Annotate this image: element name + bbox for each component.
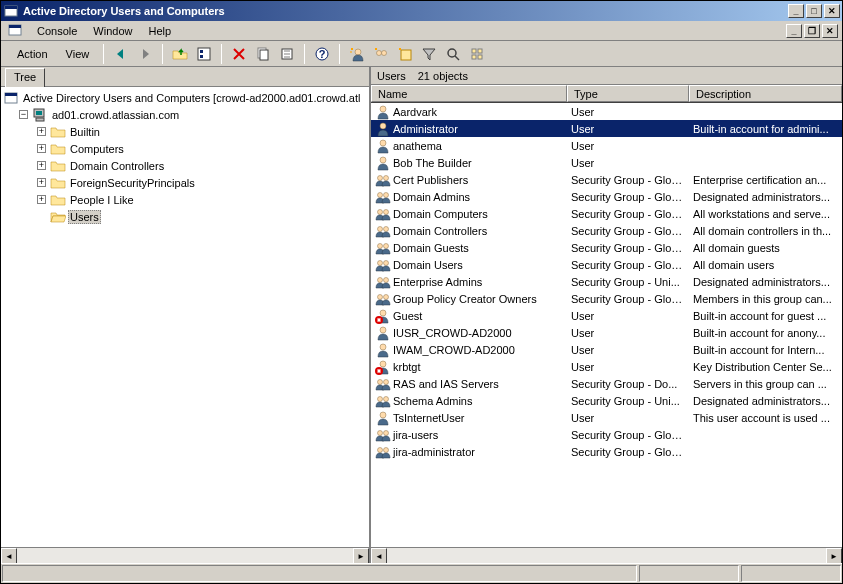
list-row[interactable]: AardvarkUser: [371, 103, 842, 120]
scroll-left-icon[interactable]: ◄: [1, 548, 17, 564]
domain-button[interactable]: [466, 43, 488, 65]
folder-icon: [50, 209, 66, 225]
folder-icon: [50, 141, 66, 157]
menu-console[interactable]: Console: [29, 23, 85, 39]
list-row[interactable]: Domain AdminsSecurity Group - GlobalDesi…: [371, 188, 842, 205]
list-row[interactable]: Group Policy Creator OwnersSecurity Grou…: [371, 290, 842, 307]
scroll-left-icon[interactable]: ◄: [371, 548, 387, 564]
tree-pane: Tree Active Directory Users and Computer…: [1, 67, 371, 563]
menu-help[interactable]: Help: [140, 23, 179, 39]
expand-icon[interactable]: +: [37, 161, 46, 170]
toolbar-action[interactable]: Action: [9, 46, 56, 62]
tree-domain[interactable]: − ad01.crowd.atlassian.com: [3, 106, 367, 123]
list-row[interactable]: GuestUserBuilt-in account for guest ...: [371, 307, 842, 324]
list-row[interactable]: Bob The BuilderUser: [371, 154, 842, 171]
list-row[interactable]: Schema AdminsSecurity Group - Uni...Desi…: [371, 392, 842, 409]
list-count: 21 objects: [418, 70, 468, 82]
show-hide-button[interactable]: [193, 43, 215, 65]
find-button[interactable]: [442, 43, 464, 65]
new-ou-button[interactable]: [394, 43, 416, 65]
list-hscroll[interactable]: ◄ ►: [371, 547, 842, 563]
list-row[interactable]: IUSR_CROWD-AD2000UserBuilt-in account fo…: [371, 324, 842, 341]
mdi-restore-button[interactable]: ❐: [804, 24, 820, 38]
title-bar: Active Directory Users and Computers _ □…: [1, 1, 842, 21]
minimize-button[interactable]: _: [788, 4, 804, 18]
toolbar-view[interactable]: View: [58, 46, 98, 62]
menu-window[interactable]: Window: [85, 23, 140, 39]
folder-icon: [50, 175, 66, 191]
list-row[interactable]: Domain UsersSecurity Group - GlobalAll d…: [371, 256, 842, 273]
tree-item[interactable]: Users: [3, 208, 367, 225]
status-bar: [1, 563, 842, 583]
folder-icon: [50, 192, 66, 208]
close-button[interactable]: ✕: [824, 4, 840, 18]
list-row[interactable]: jira-usersSecurity Group - Global: [371, 426, 842, 443]
collapse-icon[interactable]: −: [19, 110, 28, 119]
tree-root[interactable]: Active Directory Users and Computers [cr…: [3, 89, 367, 106]
tree-item[interactable]: +Domain Controllers: [3, 157, 367, 174]
list-row[interactable]: anathemaUser: [371, 137, 842, 154]
new-group-button[interactable]: [370, 43, 392, 65]
list-row[interactable]: jira-administratorSecurity Group - Globa…: [371, 443, 842, 460]
column-type[interactable]: Type: [567, 85, 689, 102]
list-row[interactable]: krbtgtUserKey Distribution Center Se...: [371, 358, 842, 375]
list-row[interactable]: Domain ComputersSecurity Group - GlobalA…: [371, 205, 842, 222]
tree-tab[interactable]: Tree: [5, 68, 45, 87]
list-row[interactable]: RAS and IAS ServersSecurity Group - Do..…: [371, 375, 842, 392]
group-icon: [375, 172, 391, 188]
tree-item[interactable]: +People I Like: [3, 191, 367, 208]
tree-item[interactable]: +ForeignSecurityPrincipals: [3, 174, 367, 191]
list-pane: Users 21 objects Name Type Description A…: [371, 67, 842, 563]
delete-button[interactable]: [228, 43, 250, 65]
up-button[interactable]: [169, 43, 191, 65]
filter-button[interactable]: [418, 43, 440, 65]
list-row[interactable]: Domain ControllersSecurity Group - Globa…: [371, 222, 842, 239]
mdi-close-button[interactable]: ✕: [822, 24, 838, 38]
expand-icon[interactable]: +: [37, 127, 46, 136]
tree-item[interactable]: +Builtin: [3, 123, 367, 140]
list-row[interactable]: AdministratorUserBuilt-in account for ad…: [371, 120, 842, 137]
tree-view[interactable]: Active Directory Users and Computers [cr…: [1, 87, 369, 547]
folder-icon: [50, 124, 66, 140]
toolbar: Action View: [1, 41, 842, 67]
maximize-button[interactable]: □: [806, 4, 822, 18]
group-icon: [375, 427, 391, 443]
help-button[interactable]: [311, 43, 333, 65]
list-view[interactable]: AardvarkUserAdministratorUserBuilt-in ac…: [371, 103, 842, 547]
computer-icon: [32, 107, 48, 123]
column-name[interactable]: Name: [371, 85, 567, 102]
expand-icon[interactable]: +: [37, 195, 46, 204]
user-icon: [375, 155, 391, 171]
list-row[interactable]: TsInternetUserUserThis user account is u…: [371, 409, 842, 426]
user-icon: [375, 104, 391, 120]
scroll-right-icon[interactable]: ►: [826, 548, 842, 564]
status-panel-2: [639, 565, 739, 582]
menu-bar: Console Window Help _ ❐ ✕: [1, 21, 842, 41]
properties-button[interactable]: [252, 43, 274, 65]
scroll-right-icon[interactable]: ►: [353, 548, 369, 564]
forward-button[interactable]: [134, 43, 156, 65]
user-icon: [375, 325, 391, 341]
expand-icon[interactable]: +: [37, 178, 46, 187]
tree-item[interactable]: +Computers: [3, 140, 367, 157]
list-row[interactable]: Cert PublishersSecurity Group - GlobalEn…: [371, 171, 842, 188]
group-icon: [375, 257, 391, 273]
status-panel-1: [2, 565, 637, 582]
export-button[interactable]: [276, 43, 298, 65]
group-icon: [375, 376, 391, 392]
mdi-minimize-button[interactable]: _: [786, 24, 802, 38]
list-title-bar: Users 21 objects: [371, 67, 842, 85]
expand-icon[interactable]: +: [37, 144, 46, 153]
list-row[interactable]: Enterprise AdminsSecurity Group - Uni...…: [371, 273, 842, 290]
tree-hscroll[interactable]: ◄ ►: [1, 547, 369, 563]
column-description[interactable]: Description: [689, 85, 842, 102]
list-row[interactable]: Domain GuestsSecurity Group - GlobalAll …: [371, 239, 842, 256]
back-button[interactable]: [110, 43, 132, 65]
group-icon: [375, 393, 391, 409]
group-icon: [375, 444, 391, 460]
user-icon: [375, 121, 391, 137]
new-user-button[interactable]: [346, 43, 368, 65]
list-row[interactable]: IWAM_CROWD-AD2000UserBuilt-in account fo…: [371, 341, 842, 358]
mdi-icon: [7, 22, 23, 40]
group-icon: [375, 274, 391, 290]
